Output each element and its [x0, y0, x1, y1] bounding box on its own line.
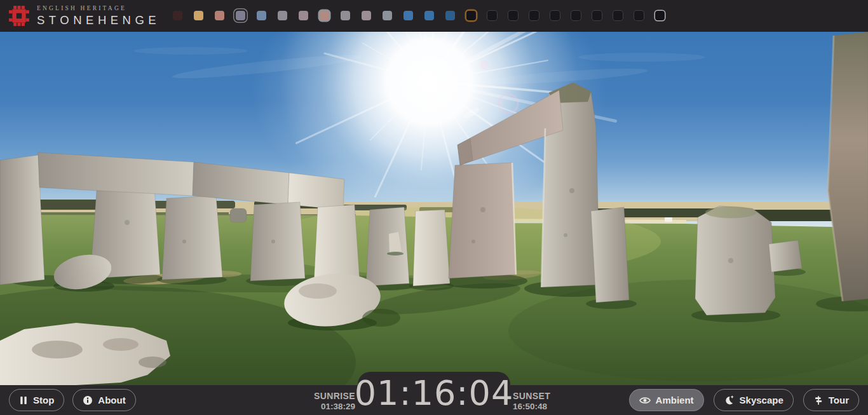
simulation-clock: 01:16:04 [355, 376, 514, 411]
hour-swatch-22[interactable] [634, 11, 644, 20]
hour-swatch-19[interactable] [571, 11, 581, 20]
skyscape-button[interactable]: Skyscape [714, 389, 794, 411]
hour-swatch-4[interactable] [257, 11, 266, 20]
signpost-icon [813, 395, 824, 405]
ambient-button[interactable]: Ambient [629, 389, 704, 411]
hour-swatch-21[interactable] [613, 11, 623, 20]
sarsen-upright [695, 206, 775, 315]
hour-swatch-5[interactable] [278, 11, 287, 20]
hour-swatch-16[interactable] [508, 11, 518, 20]
stonehenge-skyscape-app: ENGLISH HERITAGE STONEHENGE [0, 0, 868, 415]
hour-swatch-14[interactable] [466, 11, 476, 20]
english-heritage-portcullis-icon [8, 4, 31, 27]
tour-button[interactable]: Tour [803, 389, 859, 411]
hour-swatch-13[interactable] [445, 11, 455, 20]
moon-sparkle-icon [724, 395, 735, 405]
stop-label: Stop [33, 395, 54, 405]
about-label: About [98, 395, 125, 405]
hour-swatch-7[interactable] [320, 11, 329, 20]
hour-swatch-2[interactable] [215, 11, 224, 20]
sunset-info: SUNSET 16:50:48 [513, 391, 550, 412]
eye-icon [639, 396, 651, 405]
info-icon [83, 395, 93, 405]
site-name: STONEHENGE [37, 13, 160, 27]
sunset-time: 16:50:48 [513, 402, 550, 412]
hour-swatch-8[interactable] [341, 11, 350, 20]
hour-swatches [173, 11, 665, 20]
english-heritage-logo: ENGLISH HERITAGE STONEHENGE [8, 4, 160, 27]
sunrise-time: 01:38:29 [314, 402, 355, 412]
clock-panel: 01:16:04 [358, 372, 510, 415]
about-button[interactable]: About [72, 389, 135, 411]
sunset-label: SUNSET [513, 391, 550, 402]
view-mode-controls: Ambient Skyscape Tour [629, 389, 859, 411]
hour-swatch-1[interactable] [194, 11, 203, 20]
top-bar: ENGLISH HERITAGE STONEHENGE [0, 0, 868, 32]
distant-stone [230, 208, 247, 222]
ambient-label: Ambient [656, 395, 694, 405]
hour-swatch-23[interactable] [655, 11, 665, 20]
sunrise-label: SUNRISE [314, 391, 355, 402]
pause-icon [19, 396, 28, 405]
hour-swatch-17[interactable] [529, 11, 539, 20]
brand-name: ENGLISH HERITAGE [37, 5, 160, 11]
hour-swatch-0[interactable] [173, 11, 182, 20]
hour-swatch-20[interactable] [592, 11, 602, 20]
sunrise-info: SUNRISE 01:38:29 [314, 391, 355, 412]
hour-swatch-9[interactable] [362, 11, 371, 20]
bottom-bar: 01:16:04 SUNRISE 01:38:29 SUNSET 16:50:4… [0, 385, 868, 415]
hour-swatch-6[interactable] [299, 11, 308, 20]
hour-swatch-10[interactable] [383, 11, 392, 20]
playback-controls: Stop About [9, 389, 136, 411]
hour-swatch-11[interactable] [403, 11, 413, 20]
hour-swatch-3[interactable] [236, 11, 245, 20]
hour-swatch-12[interactable] [424, 11, 434, 20]
logo-text: ENGLISH HERITAGE STONEHENGE [37, 5, 160, 27]
hour-swatch-18[interactable] [550, 11, 560, 20]
hour-swatch-15[interactable] [487, 11, 497, 20]
stop-button[interactable]: Stop [9, 389, 64, 411]
skyscape-label: Skyscape [740, 395, 783, 405]
panorama-viewport[interactable] [0, 32, 868, 385]
stonehenge-panorama [0, 32, 868, 385]
tour-label: Tour [829, 395, 849, 405]
